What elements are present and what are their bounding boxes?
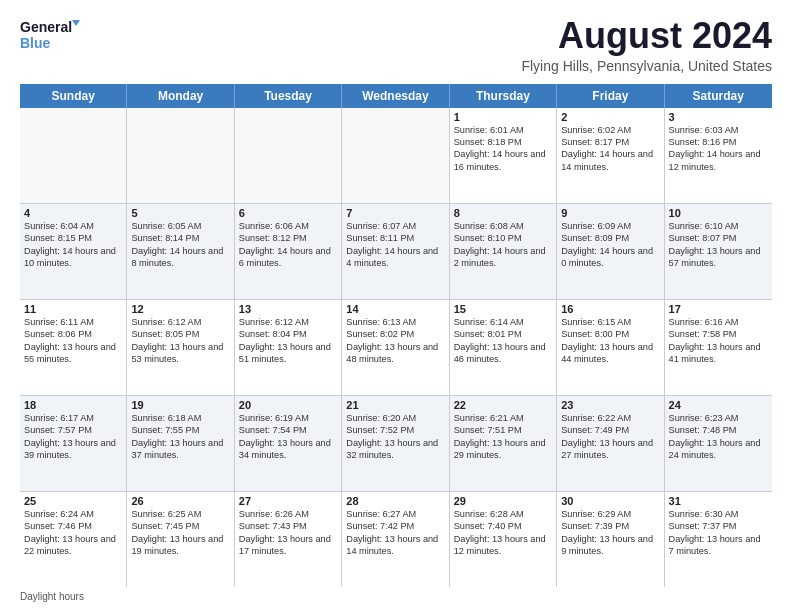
calendar: SundayMondayTuesdayWednesdayThursdayFrid… bbox=[20, 84, 772, 587]
day-number: 2 bbox=[561, 111, 659, 123]
calendar-cell: 20Sunrise: 6:19 AM Sunset: 7:54 PM Dayli… bbox=[235, 396, 342, 491]
day-info: Sunrise: 6:08 AM Sunset: 8:10 PM Dayligh… bbox=[454, 220, 552, 270]
day-info: Sunrise: 6:27 AM Sunset: 7:42 PM Dayligh… bbox=[346, 508, 444, 558]
day-number: 12 bbox=[131, 303, 229, 315]
cal-header-cell: Saturday bbox=[665, 84, 772, 108]
day-info: Sunrise: 6:07 AM Sunset: 8:11 PM Dayligh… bbox=[346, 220, 444, 270]
svg-marker-2 bbox=[72, 20, 80, 26]
day-info: Sunrise: 6:30 AM Sunset: 7:37 PM Dayligh… bbox=[669, 508, 768, 558]
calendar-cell: 10Sunrise: 6:10 AM Sunset: 8:07 PM Dayli… bbox=[665, 204, 772, 299]
day-number: 31 bbox=[669, 495, 768, 507]
day-info: Sunrise: 6:25 AM Sunset: 7:45 PM Dayligh… bbox=[131, 508, 229, 558]
calendar-cell: 13Sunrise: 6:12 AM Sunset: 8:04 PM Dayli… bbox=[235, 300, 342, 395]
calendar-cell: 27Sunrise: 6:26 AM Sunset: 7:43 PM Dayli… bbox=[235, 492, 342, 587]
calendar-cell: 19Sunrise: 6:18 AM Sunset: 7:55 PM Dayli… bbox=[127, 396, 234, 491]
calendar-cell bbox=[235, 108, 342, 203]
day-info: Sunrise: 6:29 AM Sunset: 7:39 PM Dayligh… bbox=[561, 508, 659, 558]
calendar-cell bbox=[342, 108, 449, 203]
calendar-row: 25Sunrise: 6:24 AM Sunset: 7:46 PM Dayli… bbox=[20, 492, 772, 587]
calendar-cell: 5Sunrise: 6:05 AM Sunset: 8:14 PM Daylig… bbox=[127, 204, 234, 299]
day-number: 7 bbox=[346, 207, 444, 219]
day-info: Sunrise: 6:28 AM Sunset: 7:40 PM Dayligh… bbox=[454, 508, 552, 558]
day-info: Sunrise: 6:11 AM Sunset: 8:06 PM Dayligh… bbox=[24, 316, 122, 366]
day-number: 24 bbox=[669, 399, 768, 411]
calendar-header: SundayMondayTuesdayWednesdayThursdayFrid… bbox=[20, 84, 772, 108]
day-info: Sunrise: 6:06 AM Sunset: 8:12 PM Dayligh… bbox=[239, 220, 337, 270]
logo-svg: General Blue bbox=[20, 16, 80, 54]
day-number: 4 bbox=[24, 207, 122, 219]
cal-header-cell: Monday bbox=[127, 84, 234, 108]
logo: General Blue bbox=[20, 16, 80, 54]
day-info: Sunrise: 6:19 AM Sunset: 7:54 PM Dayligh… bbox=[239, 412, 337, 462]
calendar-cell bbox=[20, 108, 127, 203]
day-info: Sunrise: 6:12 AM Sunset: 8:05 PM Dayligh… bbox=[131, 316, 229, 366]
day-number: 19 bbox=[131, 399, 229, 411]
header: General Blue August 2024 Flying Hills, P… bbox=[20, 16, 772, 74]
page: General Blue August 2024 Flying Hills, P… bbox=[0, 0, 792, 612]
day-number: 1 bbox=[454, 111, 552, 123]
day-number: 3 bbox=[669, 111, 768, 123]
calendar-cell: 9Sunrise: 6:09 AM Sunset: 8:09 PM Daylig… bbox=[557, 204, 664, 299]
day-info: Sunrise: 6:21 AM Sunset: 7:51 PM Dayligh… bbox=[454, 412, 552, 462]
calendar-cell: 23Sunrise: 6:22 AM Sunset: 7:49 PM Dayli… bbox=[557, 396, 664, 491]
day-number: 28 bbox=[346, 495, 444, 507]
calendar-cell: 4Sunrise: 6:04 AM Sunset: 8:15 PM Daylig… bbox=[20, 204, 127, 299]
calendar-row: 18Sunrise: 6:17 AM Sunset: 7:57 PM Dayli… bbox=[20, 396, 772, 492]
cal-header-cell: Sunday bbox=[20, 84, 127, 108]
calendar-cell: 6Sunrise: 6:06 AM Sunset: 8:12 PM Daylig… bbox=[235, 204, 342, 299]
day-number: 10 bbox=[669, 207, 768, 219]
calendar-cell: 7Sunrise: 6:07 AM Sunset: 8:11 PM Daylig… bbox=[342, 204, 449, 299]
day-number: 23 bbox=[561, 399, 659, 411]
svg-text:General: General bbox=[20, 19, 72, 35]
day-number: 26 bbox=[131, 495, 229, 507]
day-info: Sunrise: 6:01 AM Sunset: 8:18 PM Dayligh… bbox=[454, 124, 552, 174]
day-number: 25 bbox=[24, 495, 122, 507]
calendar-row: 4Sunrise: 6:04 AM Sunset: 8:15 PM Daylig… bbox=[20, 204, 772, 300]
cal-header-cell: Thursday bbox=[450, 84, 557, 108]
day-number: 30 bbox=[561, 495, 659, 507]
day-number: 20 bbox=[239, 399, 337, 411]
calendar-cell: 29Sunrise: 6:28 AM Sunset: 7:40 PM Dayli… bbox=[450, 492, 557, 587]
calendar-cell: 15Sunrise: 6:14 AM Sunset: 8:01 PM Dayli… bbox=[450, 300, 557, 395]
calendar-cell: 31Sunrise: 6:30 AM Sunset: 7:37 PM Dayli… bbox=[665, 492, 772, 587]
calendar-cell: 18Sunrise: 6:17 AM Sunset: 7:57 PM Dayli… bbox=[20, 396, 127, 491]
day-number: 11 bbox=[24, 303, 122, 315]
svg-text:Blue: Blue bbox=[20, 35, 51, 51]
day-number: 18 bbox=[24, 399, 122, 411]
calendar-cell: 1Sunrise: 6:01 AM Sunset: 8:18 PM Daylig… bbox=[450, 108, 557, 203]
calendar-cell: 30Sunrise: 6:29 AM Sunset: 7:39 PM Dayli… bbox=[557, 492, 664, 587]
day-number: 22 bbox=[454, 399, 552, 411]
calendar-cell: 28Sunrise: 6:27 AM Sunset: 7:42 PM Dayli… bbox=[342, 492, 449, 587]
calendar-cell: 17Sunrise: 6:16 AM Sunset: 7:58 PM Dayli… bbox=[665, 300, 772, 395]
day-number: 21 bbox=[346, 399, 444, 411]
day-number: 15 bbox=[454, 303, 552, 315]
day-number: 27 bbox=[239, 495, 337, 507]
day-info: Sunrise: 6:18 AM Sunset: 7:55 PM Dayligh… bbox=[131, 412, 229, 462]
cal-header-cell: Wednesday bbox=[342, 84, 449, 108]
calendar-cell: 26Sunrise: 6:25 AM Sunset: 7:45 PM Dayli… bbox=[127, 492, 234, 587]
day-info: Sunrise: 6:03 AM Sunset: 8:16 PM Dayligh… bbox=[669, 124, 768, 174]
day-info: Sunrise: 6:26 AM Sunset: 7:43 PM Dayligh… bbox=[239, 508, 337, 558]
day-info: Sunrise: 6:15 AM Sunset: 8:00 PM Dayligh… bbox=[561, 316, 659, 366]
day-info: Sunrise: 6:09 AM Sunset: 8:09 PM Dayligh… bbox=[561, 220, 659, 270]
day-info: Sunrise: 6:20 AM Sunset: 7:52 PM Dayligh… bbox=[346, 412, 444, 462]
day-info: Sunrise: 6:14 AM Sunset: 8:01 PM Dayligh… bbox=[454, 316, 552, 366]
day-number: 16 bbox=[561, 303, 659, 315]
calendar-cell: 8Sunrise: 6:08 AM Sunset: 8:10 PM Daylig… bbox=[450, 204, 557, 299]
day-info: Sunrise: 6:13 AM Sunset: 8:02 PM Dayligh… bbox=[346, 316, 444, 366]
calendar-cell: 14Sunrise: 6:13 AM Sunset: 8:02 PM Dayli… bbox=[342, 300, 449, 395]
calendar-row: 11Sunrise: 6:11 AM Sunset: 8:06 PM Dayli… bbox=[20, 300, 772, 396]
calendar-cell: 21Sunrise: 6:20 AM Sunset: 7:52 PM Dayli… bbox=[342, 396, 449, 491]
day-info: Sunrise: 6:10 AM Sunset: 8:07 PM Dayligh… bbox=[669, 220, 768, 270]
cal-header-cell: Tuesday bbox=[235, 84, 342, 108]
day-number: 17 bbox=[669, 303, 768, 315]
calendar-cell: 22Sunrise: 6:21 AM Sunset: 7:51 PM Dayli… bbox=[450, 396, 557, 491]
day-number: 14 bbox=[346, 303, 444, 315]
day-info: Sunrise: 6:24 AM Sunset: 7:46 PM Dayligh… bbox=[24, 508, 122, 558]
calendar-cell: 25Sunrise: 6:24 AM Sunset: 7:46 PM Dayli… bbox=[20, 492, 127, 587]
calendar-cell: 11Sunrise: 6:11 AM Sunset: 8:06 PM Dayli… bbox=[20, 300, 127, 395]
day-number: 6 bbox=[239, 207, 337, 219]
calendar-cell: 2Sunrise: 6:02 AM Sunset: 8:17 PM Daylig… bbox=[557, 108, 664, 203]
cal-header-cell: Friday bbox=[557, 84, 664, 108]
day-info: Sunrise: 6:04 AM Sunset: 8:15 PM Dayligh… bbox=[24, 220, 122, 270]
